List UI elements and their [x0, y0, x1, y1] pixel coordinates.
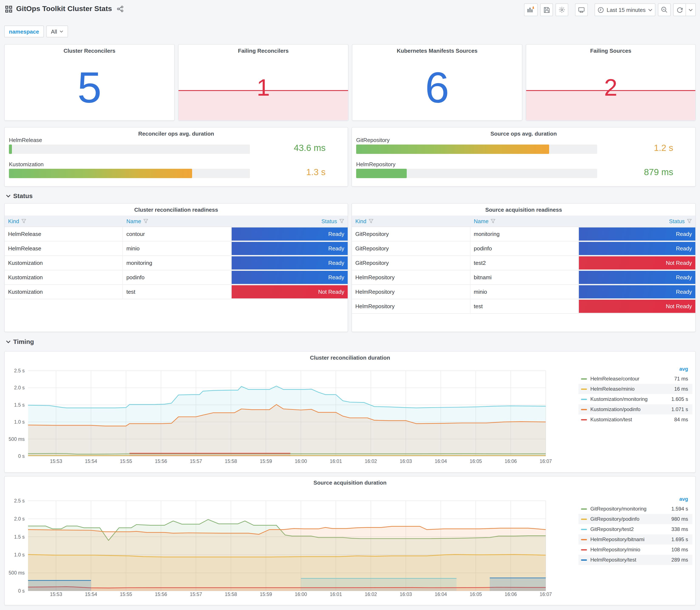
status-badge: Ready: [579, 242, 695, 255]
svg-text:15:54: 15:54: [85, 459, 97, 464]
time-range-picker[interactable]: Last 15 minutes: [595, 3, 655, 16]
template-variables: namespace All: [4, 26, 68, 37]
svg-text:2.5 s: 2.5 s: [14, 368, 25, 373]
svg-text:15:53: 15:53: [50, 592, 62, 597]
cell-kind: HelmRepository: [352, 270, 471, 284]
add-panel-button[interactable]: [524, 3, 538, 16]
panel-title[interactable]: Cluster reconciliation readiness: [5, 207, 348, 213]
cycle-view-mode-button[interactable]: [575, 3, 588, 16]
gauge-row: HelmRelease43.6 ms: [9, 137, 343, 154]
variable-namespace-value[interactable]: All: [46, 26, 68, 37]
cell-status: Not Ready: [579, 256, 695, 270]
svg-text:15:58: 15:58: [225, 459, 237, 464]
share-icon[interactable]: [117, 5, 124, 12]
table-row: GitRepositorymonitoringReady: [352, 227, 695, 241]
svg-text:15:56: 15:56: [155, 459, 167, 464]
svg-text:15:54: 15:54: [85, 592, 97, 597]
column-header-kind[interactable]: Kind: [352, 218, 471, 224]
panel-title[interactable]: Failing Sources: [526, 48, 695, 54]
filter-icon[interactable]: [143, 219, 148, 224]
dashboard: GitOps Toolkit Cluster Stats: [0, 0, 700, 610]
svg-text:16:05: 16:05: [470, 459, 482, 464]
bargauge-panel-reconciler-ops: Reconciler ops avg. duration HelmRelease…: [4, 127, 348, 187]
gauge-fill: [9, 169, 192, 178]
stat-panel-cluster-reconcilers: Cluster Reconcilers 5: [4, 44, 175, 121]
apps-grid-icon[interactable]: [5, 5, 12, 13]
svg-text:15:53: 15:53: [50, 459, 62, 464]
svg-text:0 s: 0 s: [18, 453, 25, 459]
cell-status: Ready: [579, 270, 695, 284]
refresh-button[interactable]: [673, 3, 686, 16]
gauge-row: HelmRepository879 ms: [356, 161, 691, 178]
cell-status: Ready: [579, 241, 695, 256]
panel-title[interactable]: Kubernetes Manifests Sources: [352, 48, 522, 54]
svg-text:500 ms: 500 ms: [9, 436, 25, 442]
gauge-row: Kustomization1.3 s: [9, 161, 343, 178]
panel-title[interactable]: Source ops avg. duration: [352, 130, 695, 137]
chevron-down-icon: [688, 8, 693, 11]
table-row: GitRepositorytest2Not Ready: [352, 256, 695, 270]
chevron-down-icon: [6, 340, 11, 343]
cell-kind: GitRepository: [352, 241, 471, 256]
gauge-fill: [9, 145, 12, 154]
chevron-down-icon: [6, 194, 11, 197]
panel-title[interactable]: Failing Reconcilers: [179, 48, 348, 54]
table: KindNameStatusHelmReleasecontourReadyHel…: [5, 215, 348, 299]
cell-kind: HelmRepository: [352, 299, 471, 313]
filter-icon[interactable]: [491, 219, 496, 224]
table-row: HelmRepositorybitnamiReady: [352, 270, 695, 285]
table-row: KustomizationtestNot Ready: [5, 285, 348, 299]
chart-plot-area[interactable]: 0 s500 ms1.0 s1.5 s2.0 s2.5 s15:5315:541…: [5, 477, 695, 605]
gauge-value: 1.3 s: [306, 167, 326, 177]
cell-name: monitoring: [471, 227, 579, 241]
row-header-status[interactable]: Status: [6, 192, 33, 199]
table-row: HelmRepositorytestNot Ready: [352, 299, 695, 314]
panel-title[interactable]: Cluster Reconcilers: [5, 48, 174, 54]
cell-kind: GitRepository: [352, 227, 471, 241]
column-header-name[interactable]: Name: [123, 218, 231, 224]
cell-name: minio: [123, 241, 231, 256]
row-header-timing[interactable]: Timing: [6, 338, 34, 345]
section-label: Status: [13, 192, 33, 199]
cell-kind: Kustomization: [5, 256, 123, 270]
svg-text:16:00: 16:00: [295, 459, 307, 464]
gauge-rows: HelmRelease43.6 msKustomization1.3 s: [9, 137, 343, 185]
svg-text:15:59: 15:59: [260, 459, 272, 464]
cell-name: minio: [471, 285, 579, 299]
svg-text:15:57: 15:57: [190, 592, 202, 597]
gauge-label: HelmRelease: [9, 137, 343, 143]
refresh-button-group: [673, 3, 696, 16]
table-row: HelmReleasecontourReady: [5, 227, 348, 241]
svg-text:15:58: 15:58: [225, 592, 237, 597]
status-badge: Not Ready: [579, 300, 695, 313]
filter-icon[interactable]: [687, 219, 692, 224]
column-header-status[interactable]: Status: [231, 218, 348, 224]
dashboard-toolbar: Last 15 minutes: [524, 3, 696, 16]
column-header-kind[interactable]: Kind: [5, 218, 123, 224]
chart-plot-area[interactable]: 0 s500 ms1.0 s1.5 s2.0 s2.5 s15:5315:541…: [5, 352, 695, 472]
status-badge: Ready: [579, 285, 695, 299]
filter-icon[interactable]: [339, 219, 344, 224]
panel-title[interactable]: Reconciler ops avg. duration: [5, 130, 348, 137]
column-header-name[interactable]: Name: [471, 218, 579, 224]
svg-text:16:03: 16:03: [400, 459, 412, 464]
cell-status: Ready: [231, 256, 348, 270]
filter-icon[interactable]: [21, 219, 26, 224]
refresh-interval-dropdown[interactable]: [686, 3, 696, 16]
column-header-status[interactable]: Status: [579, 218, 695, 224]
cell-name: bitnami: [471, 270, 579, 284]
dashboard-settings-button[interactable]: [555, 3, 568, 16]
svg-text:2.0 s: 2.0 s: [14, 516, 25, 521]
cell-kind: Kustomization: [5, 270, 123, 284]
stat-value: 6: [352, 66, 522, 110]
save-dashboard-button[interactable]: [540, 3, 553, 16]
cell-status: Ready: [231, 241, 348, 256]
cell-status: Ready: [231, 270, 348, 284]
zoom-out-button[interactable]: [658, 3, 671, 16]
svg-text:2.0 s: 2.0 s: [14, 385, 25, 390]
table-row: HelmRepositoryminioReady: [352, 285, 695, 299]
filter-icon[interactable]: [369, 219, 374, 224]
panel-title[interactable]: Source acquisition readiness: [352, 207, 695, 213]
variable-namespace-label[interactable]: namespace: [4, 26, 44, 37]
gauge-label: HelmRepository: [356, 161, 691, 167]
